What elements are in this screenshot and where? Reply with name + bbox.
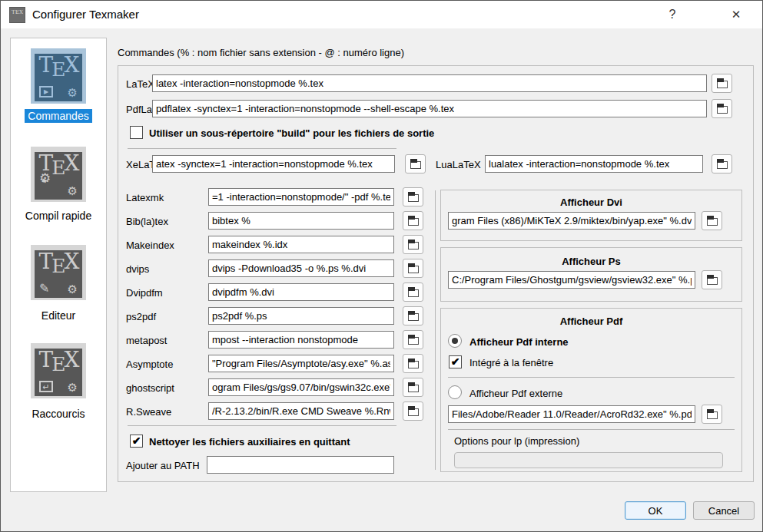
xelatex-command-input[interactable] xyxy=(152,155,395,173)
tex-logo-icon: TEX ⚙▶ ⚙ xyxy=(35,152,82,200)
path-input[interactable] xyxy=(207,456,394,474)
dvi-viewer-browse-button[interactable] xyxy=(702,211,722,230)
folder-icon xyxy=(707,218,718,226)
separator xyxy=(128,425,396,426)
sidebar-item-commandes-icon[interactable]: TEX ▶ ⚙ xyxy=(31,48,86,104)
latexmk-command-input[interactable] xyxy=(208,188,394,206)
tex-logo-icon: TEX ▶ ⚙ xyxy=(35,54,82,101)
metapost-browse-button[interactable] xyxy=(403,330,423,349)
window-title: Configurer Texmaker xyxy=(32,8,139,21)
gear-icon: ⚙ xyxy=(68,283,78,295)
folder-icon xyxy=(707,277,718,285)
sidebar-item-compil-rapide[interactable]: Compil rapide xyxy=(11,210,106,222)
pdflatex-browse-button[interactable] xyxy=(712,99,732,118)
separator xyxy=(435,190,436,470)
title-bar: TEX Configurer Texmaker ? ✕ xyxy=(1,1,762,28)
build-subdir-label: Utiliser un sous-répertoire "build" pour… xyxy=(149,127,434,139)
pdf-external-input[interactable] xyxy=(448,405,695,423)
ps-viewer-input[interactable] xyxy=(448,271,695,289)
pdflatex-command-input[interactable] xyxy=(152,100,707,117)
gear-icon: ⚙ xyxy=(68,382,78,393)
dvipdfm-browse-button[interactable] xyxy=(403,283,423,302)
rsweave-label: R.Sweave xyxy=(126,406,171,418)
dvips-browse-button[interactable] xyxy=(403,259,423,278)
bibtex-browse-button[interactable] xyxy=(403,211,423,230)
sidebar-item-editeur[interactable]: Editeur xyxy=(11,309,106,322)
rsweave-browse-button[interactable] xyxy=(403,401,423,421)
app-icon: TEX xyxy=(9,7,25,23)
ps2pdf-command-input[interactable] xyxy=(208,307,394,325)
gear-play-icon: ⚙▶ xyxy=(39,171,51,186)
help-button[interactable]: ? xyxy=(655,1,689,28)
ghostscript-command-input[interactable] xyxy=(208,378,394,396)
gear-icon: ⚙ xyxy=(68,87,78,98)
folder-icon xyxy=(408,313,419,321)
folder-icon xyxy=(717,106,728,114)
folder-icon xyxy=(717,161,728,169)
ps-viewer-title: Afficheur Ps xyxy=(440,256,742,267)
folder-icon xyxy=(408,289,419,297)
folder-icon xyxy=(408,266,419,273)
ps-viewer-browse-button[interactable] xyxy=(702,270,722,289)
latexmk-label: Latexmk xyxy=(126,192,164,203)
configure-texmaker-dialog: TEX Configurer Texmaker ? ✕ TEX ▶ ⚙ Comm… xyxy=(0,0,763,532)
dvips-command-input[interactable] xyxy=(208,259,394,277)
sidebar-item-raccourcis-icon[interactable]: TEX ↵ ⚙ xyxy=(31,343,86,398)
folder-icon xyxy=(717,81,728,88)
dvipdfm-command-input[interactable] xyxy=(208,283,394,301)
close-icon[interactable]: ✕ xyxy=(719,1,753,28)
asymptote-label: Asymptote xyxy=(126,359,173,370)
asymptote-browse-button[interactable] xyxy=(403,354,423,373)
pdf-internal-radio[interactable] xyxy=(448,334,462,348)
pdf-embed-label: Intégré à la fenêtre xyxy=(469,357,553,368)
separator xyxy=(128,148,396,149)
bibtex-label: Bib(la)tex xyxy=(126,216,168,227)
build-subdir-checkbox[interactable] xyxy=(130,126,143,139)
metapost-command-input[interactable] xyxy=(208,331,394,349)
pdf-external-radio[interactable] xyxy=(448,385,462,399)
sidebar-item-compil-rapide-icon[interactable]: TEX ⚙▶ ⚙ xyxy=(31,147,86,202)
pdf-external-label: Afficheur Pdf externe xyxy=(469,388,562,399)
lp-options-input xyxy=(454,452,723,468)
ok-button[interactable]: OK xyxy=(625,501,686,520)
ghostscript-label: ghostscript xyxy=(126,382,174,394)
folder-icon xyxy=(408,218,419,226)
latexmk-browse-button[interactable] xyxy=(403,187,423,207)
folder-icon xyxy=(410,161,421,169)
bibtex-command-input[interactable] xyxy=(208,212,394,230)
folder-icon xyxy=(408,242,419,249)
latex-label: LaTeX xyxy=(126,78,154,90)
folder-icon xyxy=(408,337,419,345)
ps2pdf-label: ps2pdf xyxy=(126,311,156,322)
ps2pdf-browse-button[interactable] xyxy=(403,306,423,325)
xelatex-browse-button[interactable] xyxy=(405,154,426,173)
lualatex-label: LuaLaTeX xyxy=(436,159,481,170)
pdf-internal-label: Afficheur Pdf interne xyxy=(469,336,569,348)
makeindex-command-input[interactable] xyxy=(208,236,394,253)
play-icon: ▶ xyxy=(39,86,53,97)
latex-command-input[interactable] xyxy=(152,74,707,92)
folder-icon xyxy=(408,408,419,416)
cleanup-label: Nettoyer les fichiers auxiliaires en qui… xyxy=(149,436,350,448)
lualatex-command-input[interactable] xyxy=(485,155,703,173)
lualatex-browse-button[interactable] xyxy=(712,154,732,173)
pdf-viewer-title: Afficheur Pdf xyxy=(440,316,742,327)
pdf-embed-checkbox[interactable]: ✔ xyxy=(449,355,462,368)
sidebar-item-raccourcis[interactable]: Raccourcis xyxy=(11,408,106,420)
ghostscript-browse-button[interactable] xyxy=(403,378,423,397)
pdf-external-browse-button[interactable] xyxy=(702,405,722,424)
lp-options-label: Options pour lp (impression) xyxy=(454,435,579,447)
latex-browse-button[interactable] xyxy=(712,74,732,93)
rsweave-command-input[interactable] xyxy=(208,402,394,420)
cancel-button[interactable]: Cancel xyxy=(693,501,755,520)
sidebar-item-editeur-icon[interactable]: TEX ✎ ⚙ xyxy=(31,245,86,300)
cleanup-checkbox[interactable]: ✔ xyxy=(130,435,143,448)
asymptote-command-input[interactable] xyxy=(208,355,394,372)
makeindex-browse-button[interactable] xyxy=(403,235,423,254)
dvi-viewer-input[interactable] xyxy=(448,212,695,230)
dvipdfm-label: Dvipdfm xyxy=(126,287,163,299)
pencil-icon: ✎ xyxy=(39,283,49,294)
folder-icon xyxy=(707,411,718,419)
sidebar-item-commandes[interactable]: Commandes xyxy=(11,110,106,122)
separator xyxy=(448,377,735,378)
